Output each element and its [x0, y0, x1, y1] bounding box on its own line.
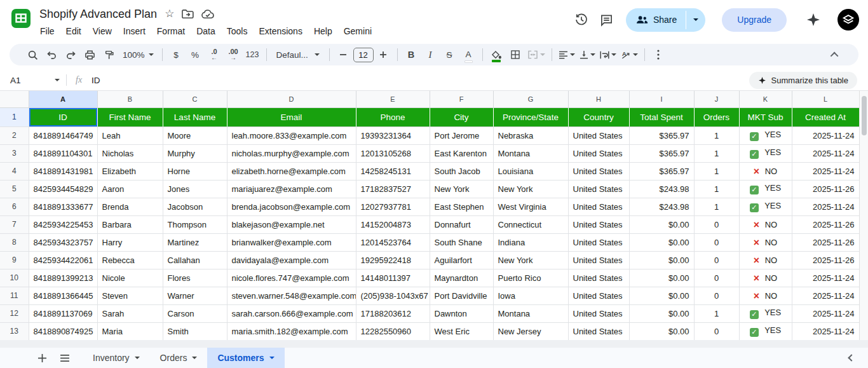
version-history-icon[interactable] — [569, 8, 594, 32]
scrollbar-thumb[interactable] — [862, 96, 867, 135]
merge-cells-icon[interactable] — [526, 46, 547, 64]
cell-K3[interactable]: ✓ YES — [739, 144, 792, 162]
cell-E9[interactable]: 19295922418 — [356, 251, 430, 269]
row-header-10[interactable]: 10 — [0, 269, 29, 287]
menu-data[interactable]: Data — [191, 25, 221, 37]
cell-G3[interactable]: Montana — [493, 144, 568, 162]
cell-L3[interactable]: 2025-11-24 — [792, 144, 859, 162]
menu-edit[interactable]: Edit — [60, 25, 87, 37]
cell-C8[interactable]: Martinez — [163, 233, 227, 251]
cell-G5[interactable]: New York — [493, 180, 568, 198]
cell-H3[interactable]: United States — [568, 144, 629, 162]
strikethrough-icon[interactable]: S — [440, 46, 459, 64]
cell-B2[interactable]: Leah — [97, 126, 163, 144]
cell-B5[interactable]: Aaron — [97, 180, 163, 198]
cell-A11[interactable]: 8418891366445 — [29, 287, 97, 304]
cell-J8[interactable]: 0 — [694, 233, 739, 251]
font-size-input[interactable]: 12 — [353, 48, 374, 62]
cell-I12[interactable]: $0.00 — [629, 304, 694, 322]
menu-format[interactable]: Format — [151, 25, 191, 37]
cell-A3[interactable]: 8418891104301 — [29, 144, 97, 162]
cell-A10[interactable]: 8418891399213 — [29, 269, 97, 287]
cell-L13[interactable]: 2025-11-24 — [792, 322, 859, 340]
menu-tools[interactable]: Tools — [221, 25, 254, 37]
text-color-icon[interactable]: A — [459, 46, 478, 64]
add-sheet-icon[interactable] — [31, 348, 53, 368]
cell-D3[interactable]: nicholas.murphy@example.com — [227, 144, 356, 162]
cell-I10[interactable]: $0.00 — [629, 269, 694, 287]
cell-K8[interactable]: × NO — [739, 233, 792, 251]
column-header-E[interactable]: E — [356, 91, 430, 107]
cell-K5[interactable]: ✓ YES — [739, 180, 792, 198]
text-wrap-icon[interactable] — [598, 46, 618, 64]
sheet-tab-caret[interactable] — [269, 357, 275, 359]
cell-A12[interactable]: 8418891137069 — [29, 304, 97, 322]
percent-icon[interactable]: % — [186, 46, 205, 64]
cell-F12[interactable]: Dawnton — [430, 304, 493, 322]
column-header-C[interactable]: C — [163, 91, 227, 107]
sheet-tab-orders[interactable]: Orders — [150, 348, 208, 368]
cell-D2[interactable]: leah.moore.833@example.com — [227, 126, 356, 144]
cell-K11[interactable]: × NO — [739, 287, 792, 304]
cell-C10[interactable]: Flores — [163, 269, 227, 287]
comments-icon[interactable] — [594, 8, 620, 32]
cell-E5[interactable]: 17182837527 — [356, 180, 430, 198]
paint-format-icon[interactable] — [100, 46, 118, 64]
cell-C5[interactable]: Jones — [163, 180, 227, 198]
cell-F4[interactable]: South Jacob — [430, 162, 493, 180]
column-header-K[interactable]: K — [739, 91, 792, 107]
cell-F7[interactable]: Donnafurt — [430, 215, 493, 233]
cell-F5[interactable]: New York — [430, 180, 493, 198]
cell-F2[interactable]: Port Jerome — [430, 126, 493, 144]
cell-G12[interactable]: Montana — [493, 304, 568, 322]
row-header-13[interactable]: 13 — [0, 322, 29, 340]
cell-E10[interactable]: 14148011397 — [356, 269, 430, 287]
cell-D13[interactable]: maria.smith.182@example.com — [227, 322, 356, 340]
menu-insert[interactable]: Insert — [118, 25, 151, 37]
cell-B4[interactable]: Elizabeth — [97, 162, 163, 180]
text-rotation-icon[interactable]: A — [619, 46, 640, 64]
italic-icon[interactable]: I — [421, 46, 440, 64]
cell-J6[interactable]: 1 — [694, 198, 739, 215]
cell-G7[interactable]: Connecticut — [493, 215, 568, 233]
row-header-8[interactable]: 8 — [0, 233, 29, 251]
cell-D12[interactable]: sarah.carson.666@example.com — [227, 304, 356, 322]
cell-I13[interactable]: $0.00 — [629, 322, 694, 340]
cell-H7[interactable]: United States — [568, 215, 629, 233]
cell-E7[interactable]: 14152004873 — [356, 215, 430, 233]
select-all-corner[interactable] — [0, 91, 29, 107]
header-cell-H1[interactable]: Country — [568, 107, 629, 126]
print-icon[interactable] — [81, 46, 99, 64]
row-header-4[interactable]: 4 — [0, 162, 29, 180]
row-header-7[interactable]: 7 — [0, 215, 29, 233]
cell-D7[interactable]: blakejason@example.net — [227, 215, 356, 233]
row-header-5[interactable]: 5 — [0, 180, 29, 198]
cell-C2[interactable]: Moore — [163, 126, 227, 144]
cell-D4[interactable]: elizabeth.horne@example.com — [227, 162, 356, 180]
cell-A5[interactable]: 8425934454829 — [29, 180, 97, 198]
cell-J10[interactable]: 0 — [694, 269, 739, 287]
cell-J11[interactable]: 0 — [694, 287, 739, 304]
sheet-tab-customers[interactable]: Customers — [207, 348, 284, 368]
summarize-table-button[interactable]: Summarize this table — [749, 72, 857, 89]
sheets-logo[interactable] — [11, 9, 31, 28]
fill-color-icon[interactable] — [487, 46, 506, 64]
upgrade-button[interactable]: Upgrade — [722, 8, 787, 32]
cell-F8[interactable]: South Shane — [430, 233, 493, 251]
cell-I9[interactable]: $0.00 — [629, 251, 694, 269]
cell-A4[interactable]: 8418891431981 — [29, 162, 97, 180]
cell-F13[interactable]: West Eric — [430, 322, 493, 340]
row-header-6[interactable]: 6 — [0, 198, 29, 215]
cell-A7[interactable]: 8425934225453 — [29, 215, 97, 233]
cell-E4[interactable]: 14258245131 — [356, 162, 430, 180]
cell-L8[interactable]: 2025-11-26 — [792, 233, 859, 251]
cell-G4[interactable]: Louisiana — [493, 162, 568, 180]
sheet-tab-caret[interactable] — [192, 357, 197, 359]
cell-E11[interactable]: (205)938-1043x67 — [356, 287, 430, 304]
cell-F6[interactable]: East Stephen — [430, 198, 493, 215]
row-header-11[interactable]: 11 — [0, 287, 29, 304]
horizontal-align-icon[interactable] — [557, 46, 577, 64]
number-format-icon[interactable]: 123 — [243, 46, 262, 64]
cell-B6[interactable]: Brenda — [97, 198, 163, 215]
cell-L9[interactable]: 2025-11-26 — [792, 251, 859, 269]
